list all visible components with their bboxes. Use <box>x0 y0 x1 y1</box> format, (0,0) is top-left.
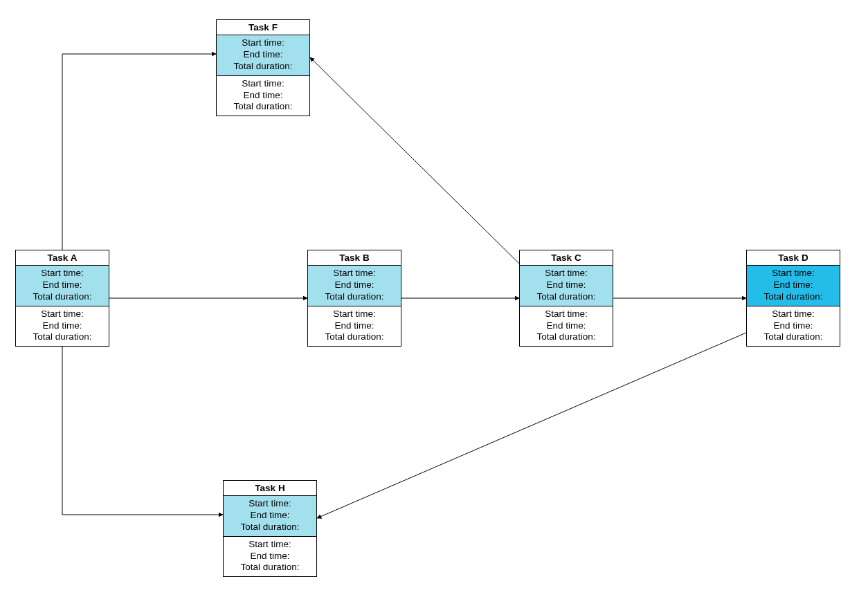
start-time-label: Start time: <box>224 498 316 510</box>
end-time-label: End time: <box>224 551 316 562</box>
start-time-label: Start time: <box>16 309 109 320</box>
start-time-label: Start time: <box>520 309 613 320</box>
task-node-f: Task F Start time: End time: Total durat… <box>216 19 310 116</box>
end-time-label: End time: <box>16 279 109 291</box>
task-title: Task A <box>16 250 109 266</box>
duration-label: Total duration: <box>308 291 401 303</box>
start-time-label: Start time: <box>16 268 109 279</box>
start-time-label: Start time: <box>520 268 613 279</box>
task-secondary-section: Start time: End time: Total duration: <box>217 76 309 116</box>
start-time-label: Start time: <box>224 539 316 551</box>
start-time-label: Start time: <box>308 268 401 279</box>
task-secondary-section: Start time: End time: Total duration: <box>224 537 316 577</box>
diagram-canvas: Task A Start time: End time: Total durat… <box>0 0 868 606</box>
end-time-label: End time: <box>308 279 401 291</box>
start-time-label: Start time: <box>217 78 309 90</box>
duration-label: Total duration: <box>520 291 613 303</box>
task-title: Task F <box>217 20 309 35</box>
task-node-h: Task H Start time: End time: Total durat… <box>223 480 317 577</box>
task-primary-section: Start time: End time: Total duration: <box>224 496 316 537</box>
end-time-label: End time: <box>217 49 309 61</box>
task-node-a: Task A Start time: End time: Total durat… <box>15 250 109 347</box>
task-title: Task B <box>308 250 401 266</box>
task-title: Task D <box>747 250 840 266</box>
start-time-label: Start time: <box>747 309 840 320</box>
task-title: Task C <box>520 250 613 266</box>
svg-line-3 <box>310 57 519 264</box>
task-primary-section: Start time: End time: Total duration: <box>16 266 109 306</box>
end-time-label: End time: <box>308 320 401 332</box>
end-time-label: End time: <box>16 320 109 332</box>
duration-label: Total duration: <box>224 522 316 533</box>
task-secondary-section: Start time: End time: Total duration: <box>308 306 401 347</box>
end-time-label: End time: <box>747 320 840 332</box>
task-primary-section: Start time: End time: Total duration: <box>308 266 401 306</box>
task-title: Task H <box>224 481 316 496</box>
end-time-label: End time: <box>520 279 613 291</box>
duration-label: Total duration: <box>747 291 840 303</box>
start-time-label: Start time: <box>747 268 840 279</box>
duration-label: Total duration: <box>16 291 109 303</box>
end-time-label: End time: <box>217 90 309 102</box>
duration-label: Total duration: <box>217 101 309 113</box>
svg-line-4 <box>317 333 746 518</box>
duration-label: Total duration: <box>308 331 401 343</box>
start-time-label: Start time: <box>217 37 309 49</box>
start-time-label: Start time: <box>308 309 401 320</box>
task-secondary-section: Start time: End time: Total duration: <box>520 306 613 347</box>
task-node-d: Task D Start time: End time: Total durat… <box>746 250 840 347</box>
task-node-c: Task C Start time: End time: Total durat… <box>519 250 613 347</box>
task-secondary-section: Start time: End time: Total duration: <box>747 306 840 347</box>
edges-layer <box>0 0 868 606</box>
duration-label: Total duration: <box>224 562 316 573</box>
end-time-label: End time: <box>520 320 613 332</box>
duration-label: Total duration: <box>747 331 840 343</box>
duration-label: Total duration: <box>217 61 309 73</box>
end-time-label: End time: <box>224 510 316 522</box>
task-primary-section: Start time: End time: Total duration: <box>747 266 840 306</box>
end-time-label: End time: <box>747 279 840 291</box>
task-node-b: Task B Start time: End time: Total durat… <box>307 250 401 347</box>
task-primary-section: Start time: End time: Total duration: <box>520 266 613 306</box>
duration-label: Total duration: <box>520 331 613 343</box>
duration-label: Total duration: <box>16 331 109 343</box>
task-secondary-section: Start time: End time: Total duration: <box>16 306 109 347</box>
task-primary-section: Start time: End time: Total duration: <box>217 35 309 76</box>
